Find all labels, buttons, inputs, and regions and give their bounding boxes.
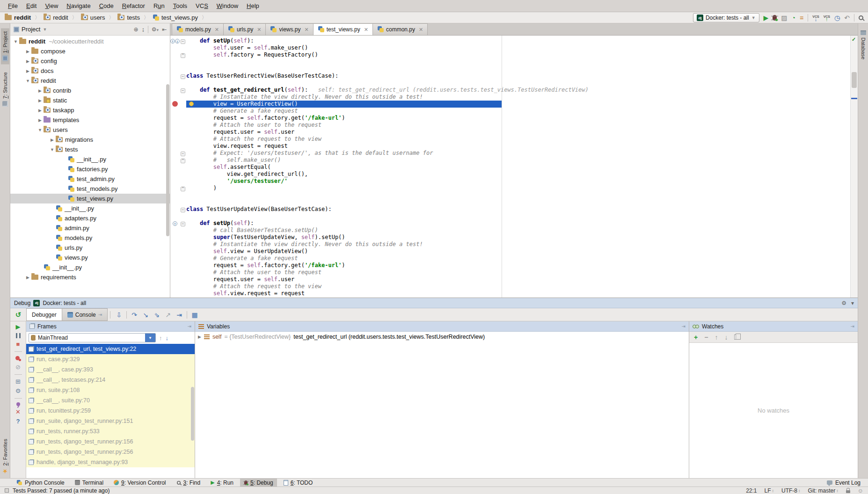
line-separator-indicator[interactable]: LF↕ [765, 487, 774, 494]
tree-row[interactable]: ▶config [10, 56, 170, 66]
code-line[interactable]: super(TestUserUpdateView, self).setUp() [170, 234, 850, 241]
step-out-button[interactable]: ↗ [162, 311, 174, 319]
tree-row[interactable]: test_views.py [10, 194, 170, 203]
close-tab-icon[interactable]: ✕ [257, 27, 261, 33]
move-watch-down-button[interactable]: ↓ [724, 334, 728, 341]
evaluate-expression-button[interactable]: ▦ [189, 311, 200, 319]
tree-row[interactable]: ▶migrations [10, 135, 170, 145]
run-task-button[interactable]: ≡ [800, 15, 803, 21]
close-tab-icon[interactable]: ✕ [419, 27, 423, 33]
collapse-all-button[interactable]: ↨ [142, 26, 145, 33]
tree-row[interactable]: ▶docs [10, 66, 170, 76]
code-line[interactable]: # call BaseUserTestCase.setUp() [170, 227, 850, 234]
code-line[interactable]: ^ self.factory = RequestFactory() [170, 51, 850, 58]
fold-marker-icon[interactable]: − [180, 220, 186, 227]
code-line[interactable]: # Instantiate the view directly. Never d… [170, 94, 850, 101]
code-line[interactable]: request.user = self.user [170, 276, 850, 283]
is-overridden-icon[interactable]: ↓ [175, 39, 180, 44]
menu-item-edit[interactable]: Edit [22, 0, 41, 12]
menu-item-tools[interactable]: Tools [169, 0, 191, 12]
code-line[interactable]: ^ # self.make_user() [170, 157, 850, 164]
close-debug-button[interactable]: ✕ [15, 409, 21, 415]
project-panel-title[interactable]: Project [22, 26, 40, 33]
debug-button[interactable] [773, 15, 777, 21]
float-panel-icon[interactable]: ⇥ [682, 324, 686, 329]
toolwindow-button-6-todo[interactable]: 6: TODO [280, 479, 317, 487]
tab-debugger[interactable]: Debugger [26, 308, 62, 321]
tab-console[interactable]: Console ⇥ [62, 308, 108, 321]
code-line[interactable]: − def test_get_redirect_url(self): self:… [170, 87, 850, 94]
menu-item-code[interactable]: Code [95, 0, 118, 12]
breadcrumb-item[interactable]: test_views.py [153, 14, 198, 21]
code-line[interactable]: # Attach the user to the request [170, 122, 850, 129]
frame-row[interactable]: run_tests, runner.py:533 [26, 426, 195, 436]
rerun-button[interactable]: ↺ [10, 311, 26, 319]
code-line[interactable] [170, 199, 850, 206]
tree-row[interactable]: __init__.py [10, 262, 170, 272]
editor-tab-models-py[interactable]: models.py✕ [172, 23, 224, 35]
toolwindow-button-4-run[interactable]: ▶4: Run [207, 479, 237, 487]
float-panel-icon[interactable]: ⇥ [188, 324, 191, 329]
step-over-button[interactable]: ↷ [129, 311, 140, 319]
add-watch-button[interactable]: + [694, 334, 698, 341]
tree-row[interactable]: ▶requirements [10, 272, 170, 282]
menu-item-view[interactable]: View [41, 0, 62, 12]
vcs-update-button[interactable]: VCS↓ [812, 15, 819, 21]
editor-tab-common-py[interactable]: common.py✕ [372, 23, 428, 35]
sidebar-tab-structure[interactable]: 7: Structure [1, 69, 9, 110]
code-line[interactable]: # Generate a fake request [170, 108, 850, 115]
toolwindow-button-9-version-control[interactable]: 9: Version Control [110, 479, 169, 487]
editor-tab-views-py[interactable]: views.py✕ [265, 23, 313, 35]
remove-watch-button[interactable]: − [704, 334, 708, 341]
tree-row[interactable]: test_models.py [10, 184, 170, 194]
frame-row[interactable]: run, tcunittest.py:259 [26, 406, 195, 416]
tree-row[interactable]: ▼reddit [10, 76, 170, 86]
code-line[interactable]: # Attach the user to the request [170, 269, 850, 276]
hide-debug-button[interactable]: ▾ [851, 300, 854, 306]
tree-row[interactable]: admin.py [10, 223, 170, 233]
editor-tab-urls-py[interactable]: urls.py✕ [223, 23, 266, 35]
debug-settings-button[interactable]: ⚙ [841, 300, 846, 306]
tree-row[interactable]: ▼tests [10, 145, 170, 154]
code-line[interactable]: # Attach the request to the view [170, 136, 850, 143]
tree-toggle-icon[interactable]: ▶ [24, 59, 31, 64]
help-button[interactable]: ? [16, 418, 20, 425]
frame-row[interactable]: run_tests, django_test_runner.py:256 [26, 447, 195, 457]
close-tab-icon[interactable]: ✕ [305, 27, 309, 33]
run-to-cursor-button[interactable]: ⇥ [174, 311, 185, 319]
mute-breakpoints-button[interactable]: ⊘ [15, 364, 21, 370]
hector-inspections-icon[interactable]: ☺ [858, 487, 863, 494]
tree-toggle-icon[interactable]: ▶ [24, 69, 31, 73]
fold-marker-icon[interactable]: − [180, 37, 186, 44]
tree-toggle-icon[interactable]: ▶ [24, 275, 31, 280]
tree-row[interactable]: ▼reddit~/cookiecutter/reddit [10, 36, 170, 46]
code-line[interactable] [170, 58, 850, 65]
menu-item-run[interactable]: Run [149, 0, 169, 12]
previous-frame-button[interactable]: ↑ [159, 334, 162, 341]
frame-row[interactable]: run_tests, django_test_runner.py:156 [26, 436, 195, 447]
menu-item-navigate[interactable]: Navigate [62, 0, 95, 12]
thread-selector[interactable]: MainThread ▼ [29, 333, 156, 342]
thread-dropdown-button[interactable]: ▼ [145, 334, 155, 342]
code-line[interactable]: self.user = self.make_user() [170, 44, 850, 51]
restore-layout-button[interactable]: ⊞ [15, 378, 21, 385]
tree-row[interactable]: ▶taskapp [10, 105, 170, 115]
tree-row[interactable]: ▼users [10, 125, 170, 135]
fold-marker-icon[interactable]: − [180, 150, 186, 157]
editor-scrollbar-thumb[interactable] [852, 72, 857, 88]
code-line[interactable] [170, 65, 850, 73]
toolwindow-button-5-debug[interactable]: 5: Debug [240, 479, 277, 487]
pause-button[interactable] [16, 333, 21, 338]
menu-item-window[interactable]: Window [212, 0, 242, 12]
caret-position[interactable]: 22:1 [746, 487, 757, 494]
editor-error-stripe[interactable]: ✓ [850, 36, 858, 298]
next-frame-button[interactable]: ↓ [166, 334, 169, 341]
breadcrumb-item[interactable]: users [81, 14, 105, 21]
breadcrumb-item[interactable]: tests [117, 14, 139, 21]
panel-settings-button[interactable]: ⚙▾ [152, 26, 159, 33]
toolwindow-toggle-icon[interactable] [5, 488, 9, 493]
run-button[interactable]: ▶ [764, 15, 769, 21]
frame-row[interactable]: run, suite.py:108 [26, 385, 195, 395]
code-line[interactable]: ↑− def setUp(self): [170, 220, 850, 227]
expand-arrow-icon[interactable]: ▶ [198, 334, 201, 339]
